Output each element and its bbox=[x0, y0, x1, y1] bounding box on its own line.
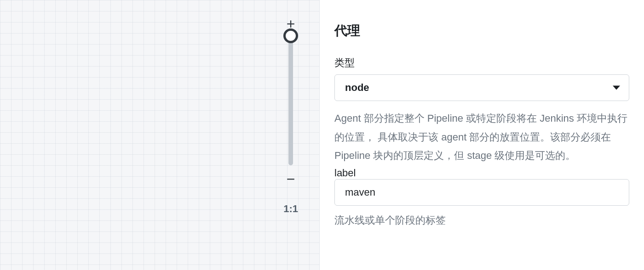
type-label: 类型 bbox=[334, 56, 629, 70]
zoom-reset-button[interactable]: 1:1 bbox=[283, 203, 298, 215]
type-select-wrap: node bbox=[334, 74, 629, 101]
type-help-text: Agent 部分指定整个 Pipeline 或特定阶段将在 Jenkins 环境… bbox=[334, 109, 629, 165]
type-select-value: node bbox=[345, 82, 369, 94]
form-panel: 代理 类型 node Agent 部分指定整个 Pipeline 或特定阶段将在… bbox=[320, 0, 644, 270]
zoom-slider[interactable] bbox=[288, 34, 293, 165]
zoom-controls: + − 1:1 bbox=[283, 17, 298, 215]
zoom-out-button[interactable]: − bbox=[287, 172, 295, 186]
page-title: 代理 bbox=[334, 22, 629, 39]
canvas-panel: + − 1:1 bbox=[0, 0, 320, 270]
label-label: label bbox=[334, 167, 356, 179]
zoom-slider-track bbox=[288, 34, 293, 165]
label-help-text: 流水线或单个阶段的标签 bbox=[334, 212, 629, 228]
type-select[interactable]: node bbox=[334, 74, 629, 101]
label-input[interactable] bbox=[334, 179, 629, 206]
zoom-slider-thumb[interactable] bbox=[283, 28, 298, 43]
